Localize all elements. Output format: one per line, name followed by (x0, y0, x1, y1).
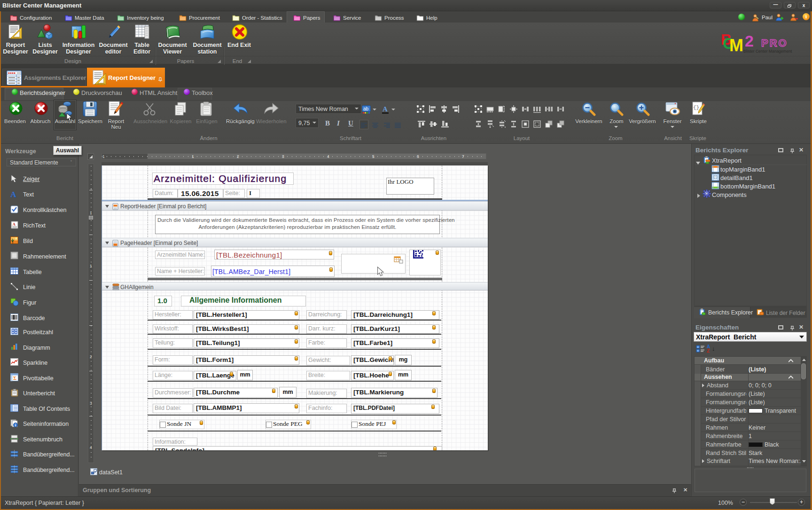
svg-text:{}: {} (693, 105, 699, 110)
svg-text:ab: ab (363, 106, 369, 111)
svg-text:Σ: Σ (13, 375, 16, 381)
svg-text:+: + (697, 345, 699, 348)
svg-text:A: A (13, 222, 16, 227)
svg-text:+: + (697, 349, 699, 352)
